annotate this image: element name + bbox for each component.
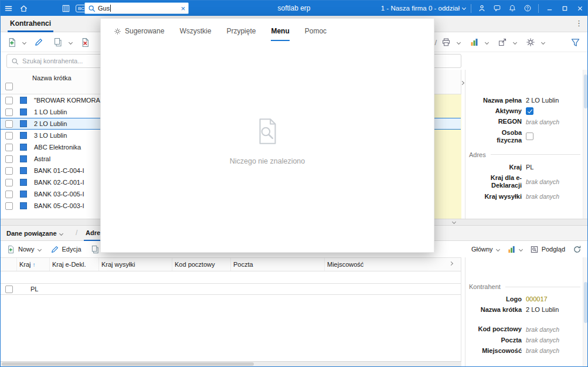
- row-color-indicator: [20, 155, 27, 162]
- field-label: Nazwa pełna: [468, 97, 522, 104]
- column-header-nazwa-krotka[interactable]: Nazwa krótka: [32, 74, 72, 81]
- export-button[interactable]: [496, 35, 509, 50]
- row-name: "BROWAR KORMORAN: [34, 97, 105, 104]
- minimize-button[interactable]: [542, 1, 557, 16]
- row-checkbox[interactable]: [5, 108, 13, 116]
- row-checkbox[interactable]: [5, 179, 13, 186]
- tab-label: Przypięte: [226, 27, 256, 35]
- address-row[interactable]: PL: [1, 283, 461, 295]
- column-header-kraj-edekl[interactable]: Kraj e-Dekl.: [50, 258, 99, 271]
- settings-dropdown-icon[interactable]: [541, 40, 545, 44]
- related-data-dropdown[interactable]: Dane powiązane: [6, 226, 63, 241]
- field-value: brak danych: [526, 178, 559, 186]
- tab-wszystkie[interactable]: Wszystkie: [179, 27, 211, 41]
- chart-button[interactable]: [468, 35, 481, 50]
- company-selector[interactable]: 1 - Nasza firma 0 - oddział: [381, 5, 465, 12]
- close-button[interactable]: [572, 1, 587, 16]
- aktywny-checkbox[interactable]: [526, 107, 533, 115]
- related-copy-button[interactable]: [91, 245, 100, 254]
- clear-search-icon[interactable]: ×: [181, 5, 185, 12]
- splitter-collapse-icon[interactable]: [452, 220, 456, 224]
- related-edit-label: Edycja: [62, 246, 81, 253]
- row-checkbox[interactable]: [5, 155, 13, 163]
- app-title: softlab erp: [277, 1, 310, 16]
- row-checkbox[interactable]: [5, 167, 13, 175]
- print-button[interactable]: [440, 35, 453, 50]
- search-results-popup: Sugerowane Wszystkie Przypięte Menu Pomo…: [100, 18, 434, 253]
- search-icon: [11, 57, 19, 65]
- row-name: BANK 02-C-001-I: [34, 179, 84, 186]
- field-label: Miejscowość: [468, 347, 522, 355]
- tab-label: Menu: [271, 27, 289, 35]
- copy-record-button[interactable]: [52, 35, 64, 50]
- new-record-button[interactable]: [5, 35, 18, 50]
- row-checkbox[interactable]: [5, 97, 13, 104]
- view-selector-label: Główny: [471, 246, 493, 253]
- divider: [471, 4, 471, 13]
- row-color-indicator: [20, 108, 27, 115]
- row-checkbox[interactable]: [5, 286, 13, 293]
- settings-gear-icon[interactable]: [524, 35, 537, 50]
- tab-menu[interactable]: Menu: [271, 27, 289, 41]
- osoba-fizyczna-checkbox[interactable]: [526, 132, 533, 140]
- details-scrollbar[interactable]: [583, 70, 587, 219]
- delete-record-button[interactable]: [79, 35, 91, 50]
- column-header-kraj-wysylki[interactable]: Kraj wysyłki: [99, 258, 172, 271]
- copy-record-dropdown-icon[interactable]: [69, 40, 73, 44]
- tab-label: Wszystkie: [179, 27, 211, 35]
- row-checkbox[interactable]: [5, 202, 13, 210]
- global-search-input[interactable]: Gus ×: [84, 2, 189, 14]
- field-label: Aktywny: [468, 107, 522, 115]
- column-header-kod-pocztowy[interactable]: Kod pocztowy: [172, 258, 231, 271]
- app-window: BC Gus × softlab erp 1 - Nasza firma 0 -…: [0, 0, 588, 367]
- preview-button[interactable]: Podgląd: [530, 245, 565, 254]
- related-edit-button[interactable]: Edycja: [50, 245, 81, 254]
- column-header-kraj[interactable]: Kraj↑: [17, 258, 50, 271]
- view-selector-glowny[interactable]: Główny: [471, 246, 499, 253]
- tab-pomoc[interactable]: Pomoc: [305, 27, 327, 41]
- menu-icon[interactable]: [1, 1, 16, 16]
- tab-sugerowane[interactable]: Sugerowane: [114, 27, 164, 41]
- suggested-icon: [114, 28, 121, 35]
- section-header-adres: Adres: [469, 151, 580, 158]
- export-dropdown-icon[interactable]: [513, 40, 517, 44]
- chat-icon[interactable]: [490, 1, 505, 16]
- new-record-dropdown-icon[interactable]: [22, 40, 26, 44]
- column-header-poczta[interactable]: Poczta: [231, 258, 325, 271]
- maximize-button[interactable]: [557, 1, 572, 16]
- user-icon[interactable]: [474, 1, 490, 16]
- notifications-bell-icon[interactable]: [505, 1, 520, 16]
- chart-dropdown-icon[interactable]: [485, 40, 489, 44]
- field-label: Logo: [468, 295, 522, 303]
- refresh-icon[interactable]: [573, 245, 582, 254]
- divider: [538, 4, 539, 13]
- filter-funnel-icon[interactable]: [569, 35, 582, 50]
- home-icon[interactable]: [16, 1, 31, 16]
- row-checkbox[interactable]: [5, 191, 13, 198]
- row-checkbox[interactable]: [5, 120, 13, 128]
- row-name: ABC Elektronika: [34, 144, 81, 151]
- summary-scrollbar[interactable]: [583, 257, 587, 366]
- column-header-miejscowosc[interactable]: Miejscowość: [325, 258, 461, 271]
- edit-record-button[interactable]: [32, 35, 45, 50]
- print-dropdown-icon[interactable]: [457, 40, 461, 44]
- divider-slash: /: [434, 38, 437, 47]
- select-all-checkbox[interactable]: [5, 83, 13, 90]
- modules-grid-icon[interactable]: [58, 1, 73, 16]
- tab-kontrahenci[interactable]: Kontrahenci: [8, 16, 53, 32]
- more-options-icon[interactable]: ⋮: [573, 19, 585, 28]
- row-checkbox[interactable]: [5, 132, 13, 140]
- tab-label: Pomoc: [305, 27, 327, 35]
- related-new-button[interactable]: Nowy: [6, 245, 41, 254]
- field-value: 2 LO Lublin: [526, 97, 559, 104]
- tab-przypiete[interactable]: Przypięte: [226, 27, 256, 41]
- checkbox-column-header[interactable]: [1, 258, 17, 271]
- row-name: BANK 03-C-005-I: [34, 191, 84, 198]
- horizontal-scrollbar[interactable]: [1, 361, 461, 366]
- no-results-icon: [251, 116, 283, 148]
- related-chart-button[interactable]: [507, 245, 522, 254]
- row-color-indicator: [20, 179, 27, 186]
- row-checkbox[interactable]: [5, 144, 13, 151]
- row-name: BANK 01-C-004-I: [34, 167, 84, 174]
- help-icon[interactable]: [520, 1, 535, 16]
